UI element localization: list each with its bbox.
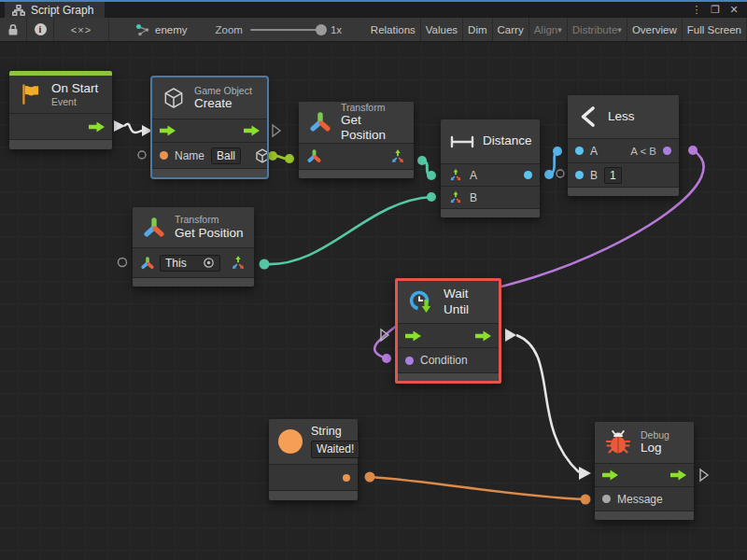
vector3-output-port[interactable] (389, 148, 406, 165)
result-label: A < B (630, 146, 656, 157)
button-values[interactable]: Values (421, 18, 463, 41)
flow-input-port[interactable] (405, 330, 421, 342)
bool-input-port[interactable] (405, 357, 414, 365)
wire-end-dot (553, 147, 562, 156)
wire-end-dot (365, 472, 375, 483)
graph-tree-icon (12, 5, 25, 16)
button-overview[interactable]: Overview (627, 18, 683, 41)
float-output-port[interactable] (524, 171, 532, 179)
less-than-icon (577, 105, 599, 128)
node-title: Less (608, 109, 635, 124)
bool-output-port[interactable] (663, 147, 671, 155)
unconnected-port-indicator (138, 151, 146, 159)
wire-end-dot (688, 146, 698, 155)
string-output-port[interactable] (343, 474, 350, 482)
vector3-output-port[interactable] (230, 255, 247, 272)
node-create[interactable]: Game Object Create Name Ball (152, 77, 267, 177)
wire-end-dot (544, 170, 554, 179)
graph-breadcrumb[interactable]: enemy (135, 23, 188, 36)
name-field[interactable]: Ball (211, 147, 241, 164)
flow-output-port[interactable] (475, 330, 491, 342)
flow-input-port[interactable] (602, 469, 618, 481)
node-get-position-1[interactable]: Transform Get Position (299, 102, 414, 178)
flow-output-port[interactable] (89, 121, 105, 133)
node-title: Distance (483, 133, 532, 148)
unconnected-flow-indicator (273, 125, 280, 136)
graph-canvas[interactable]: On Start Event Game Object Create (0, 42, 747, 560)
wire-string-log-message (370, 477, 585, 499)
this-field[interactable]: This (160, 255, 220, 272)
zoom-label: Zoom (216, 24, 243, 35)
code-brackets-icon: <×> (71, 24, 92, 35)
object-input-port[interactable] (602, 495, 611, 503)
tab-title: Script Graph (31, 4, 93, 17)
zoom-slider-handle[interactable] (316, 24, 327, 35)
node-title: Create (194, 96, 252, 111)
wire-getposition2-distance-b (264, 197, 431, 264)
button-dim[interactable]: Dim (463, 18, 492, 41)
toolbar-buttons: Relations Values Dim Carry Align Distrib… (366, 18, 747, 41)
node-footer (152, 168, 267, 177)
distance-icon (450, 135, 474, 148)
node-footer (269, 490, 358, 500)
node-get-position-2[interactable]: Transform Get Position This (133, 207, 254, 287)
menu-icon[interactable]: ⋮ (689, 4, 704, 16)
vector3-input-port[interactable] (448, 168, 463, 183)
node-footer (398, 372, 499, 381)
zoom-value: 1x (331, 24, 342, 35)
node-footer (9, 139, 112, 149)
tab-bar: Script Graph ⋮ ❐ ✕ (0, 2, 747, 18)
transform-input-port[interactable] (140, 256, 155, 271)
node-title: Wait Until (444, 287, 489, 316)
node-debug-log[interactable]: Debug Log Message (595, 422, 694, 520)
node-on-start[interactable]: On Start Event (9, 71, 112, 149)
float-input-port[interactable] (575, 147, 584, 155)
graph-icon (135, 23, 150, 36)
info-button[interactable]: i (27, 18, 54, 41)
button-distribute[interactable]: Distribute (568, 18, 627, 41)
zoom-slider[interactable] (250, 29, 323, 31)
wire-end-dot (427, 192, 436, 202)
node-string[interactable]: String Waited! (269, 419, 358, 500)
float-input-port[interactable] (575, 171, 584, 179)
node-title: On Start (51, 81, 98, 96)
node-distance[interactable]: Distance A B (441, 119, 540, 217)
gameobject-output-port[interactable] (254, 147, 271, 164)
port-label: A (470, 169, 477, 182)
flow-output-port[interactable] (244, 125, 260, 136)
close-icon[interactable]: ✕ (726, 4, 741, 16)
string-input-port[interactable] (160, 151, 168, 160)
button-carry[interactable]: Carry (493, 18, 529, 41)
node-kicker: Game Object (194, 85, 252, 97)
lock-button[interactable] (0, 18, 27, 41)
node-wait-until[interactable]: Wait Until Condition (398, 281, 499, 381)
bug-icon (604, 428, 632, 456)
port-label: B (470, 191, 477, 204)
window-controls: ⋮ ❐ ✕ (689, 2, 747, 18)
port-label: Name (175, 149, 204, 162)
flow-input-port[interactable] (160, 125, 176, 136)
vector3-input-port[interactable] (448, 190, 463, 205)
button-relations[interactable]: Relations (366, 18, 421, 41)
lock-icon (7, 23, 19, 36)
zoom-control: Zoom 1x (216, 24, 343, 35)
unconnected-flow-indicator (700, 469, 708, 481)
transform-icon (142, 216, 166, 240)
transform-input-port[interactable] (306, 148, 322, 164)
node-footer (133, 277, 254, 287)
graph-name: enemy (155, 24, 188, 35)
button-align[interactable]: Align (529, 18, 568, 41)
unity-visual-scripting-window: Script Graph ⋮ ❐ ✕ i <×> enemy (0, 0, 747, 560)
wire-onstart-create-start-arrow (114, 120, 125, 132)
node-kicker: Transform (341, 102, 404, 114)
node-less[interactable]: Less A A < B B 1 (568, 95, 679, 196)
maximize-icon[interactable]: ❐ (708, 4, 723, 16)
object-picker-icon[interactable] (203, 257, 215, 269)
button-full-screen[interactable]: Full Screen (683, 18, 747, 41)
tab-script-graph[interactable]: Script Graph (5, 2, 105, 18)
b-value-field[interactable]: 1 (604, 167, 622, 184)
flow-output-port[interactable] (670, 469, 686, 481)
code-preview-button[interactable]: <×> (54, 18, 109, 41)
node-footer (299, 169, 414, 178)
string-value-field[interactable]: Waited! (311, 441, 359, 457)
